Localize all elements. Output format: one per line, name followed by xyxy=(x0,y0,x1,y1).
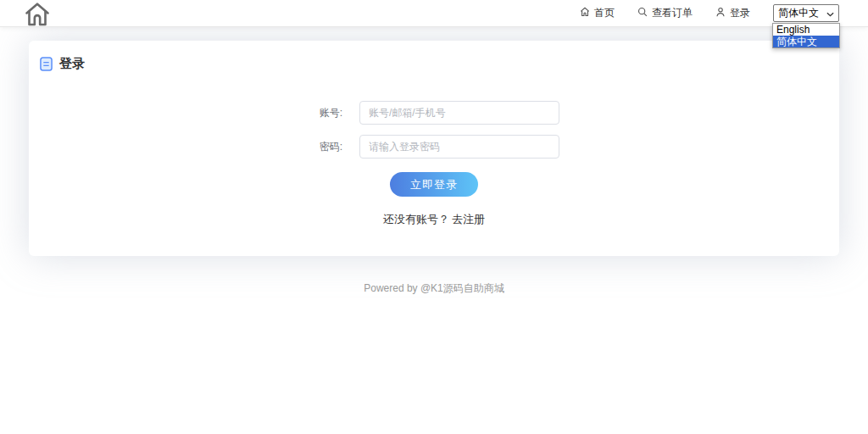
register-prompt: 还没有账号？ xyxy=(383,213,449,225)
home-logo-icon xyxy=(22,0,53,26)
password-row: 密码: xyxy=(309,135,559,159)
login-button[interactable]: 立即登录 xyxy=(390,172,478,197)
account-input[interactable] xyxy=(359,101,559,125)
chevron-down-icon xyxy=(826,8,834,19)
page-title: 登录 xyxy=(59,56,85,72)
main-content: 登录 账号: 密码: 立即登录 还没有账号？去注册 Powered by @K1… xyxy=(29,41,839,296)
register-link[interactable]: 去注册 xyxy=(452,213,485,225)
nav-item-orders[interactable]: 查看订单 xyxy=(637,6,693,20)
language-option-simplified-chinese[interactable]: 简体中文 xyxy=(773,36,839,47)
language-select-wrap: 简体中文 English 简体中文 xyxy=(773,4,839,22)
login-card-header: 登录 xyxy=(40,56,839,72)
document-icon xyxy=(40,57,53,71)
footer-text: Powered by @K1源码自助商城 xyxy=(29,281,839,296)
account-label: 账号: xyxy=(309,106,342,120)
login-card: 登录 账号: 密码: 立即登录 还没有账号？去注册 xyxy=(29,41,839,256)
nav-item-login[interactable]: 登录 xyxy=(715,6,750,20)
language-select-value: 简体中文 xyxy=(778,6,819,20)
language-option-english[interactable]: English xyxy=(773,24,839,36)
nav-item-label: 首页 xyxy=(594,6,615,20)
topbar: 首页 查看订单 登录 简体中文 xyxy=(0,0,868,27)
topbar-nav: 首页 查看订单 登录 简体中文 xyxy=(580,4,839,22)
nav-item-home[interactable]: 首页 xyxy=(580,6,615,20)
login-form: 账号: 密码: xyxy=(29,101,839,159)
language-dropdown: English 简体中文 xyxy=(772,23,840,48)
site-logo[interactable] xyxy=(22,0,53,26)
nav-item-label: 查看订单 xyxy=(652,6,693,20)
nav-item-label: 登录 xyxy=(730,6,750,20)
password-input[interactable] xyxy=(359,135,559,159)
account-row: 账号: xyxy=(309,101,559,125)
password-label: 密码: xyxy=(309,140,342,154)
language-select[interactable]: 简体中文 xyxy=(773,4,839,22)
register-line: 还没有账号？去注册 xyxy=(29,212,839,227)
user-icon xyxy=(715,7,726,19)
home-icon xyxy=(580,7,590,19)
search-icon xyxy=(637,7,648,19)
